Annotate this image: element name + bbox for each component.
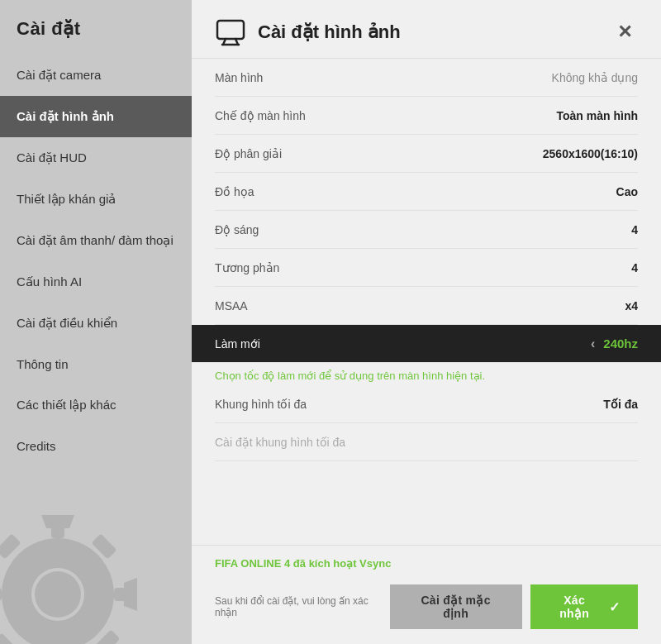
setting-value-do-hoa: Cao <box>616 185 638 198</box>
setting-label-do-hoa: Đồ họa <box>215 185 254 198</box>
setting-row-man-hinh: Màn hình Không khả dụng <box>215 59 638 97</box>
sidebar-item-dieu-khien[interactable]: Cài đặt điều khiển <box>0 303 192 344</box>
setting-row-khung-hinh[interactable]: Khung hình tối đa Tối đa <box>215 385 638 423</box>
sidebar-gear-decoration <box>0 495 192 644</box>
setting-label-khung-hinh: Khung hình tối đa <box>215 398 307 411</box>
monitor-icon <box>215 17 246 48</box>
svg-point-1 <box>35 571 81 618</box>
setting-value-tuong-phan: 4 <box>631 261 638 274</box>
setting-label-cai-dat-khung: Cài đặt khung hình tối đa <box>215 436 345 449</box>
sidebar-item-thiet-lap-khac[interactable]: Các thiết lập khác <box>0 384 192 426</box>
setting-value-do-phan-giai: 2560x1600(16:10) <box>543 147 638 160</box>
sidebar-item-am-thanh[interactable]: Cài đặt âm thanh/ đàm thoại <box>0 220 192 261</box>
svg-rect-9 <box>91 533 117 559</box>
setting-value-man-hinh: Không khả dụng <box>552 71 638 84</box>
main-panel: Cài đặt hình ảnh ✕ Màn hình Không khả dụ… <box>192 0 661 644</box>
footer-actions: Sau khi đổi cài đặt, vui lòng ấn xác nhậ… <box>215 584 638 629</box>
vsync-notice: FIFA ONLINE 4 đã kích hoạt Vsync <box>215 557 638 570</box>
checkmark-icon: ✓ <box>609 599 620 615</box>
svg-rect-10 <box>217 21 244 39</box>
setting-row-tuong-phan[interactable]: Tương phản 4 <box>215 249 638 287</box>
sidebar-item-ai[interactable]: Cấu hình AI <box>0 261 192 303</box>
svg-rect-4 <box>0 588 2 601</box>
setting-label-man-hinh: Màn hình <box>215 71 263 84</box>
confirm-button[interactable]: Xác nhận ✓ <box>530 584 639 629</box>
sidebar-item-hud[interactable]: Cài đặt HUD <box>0 137 192 179</box>
main-header: Cài đặt hình ảnh ✕ <box>192 0 661 59</box>
setting-row-do-sang[interactable]: Độ sáng 4 <box>215 211 638 249</box>
setting-label-do-phan-giai: Độ phân giải <box>215 147 282 160</box>
sidebar: Cài đặt Cài đặt camera Cài đặt hình ảnh … <box>0 0 192 644</box>
setting-value-msaa: x4 <box>625 299 638 312</box>
hint-text: Chọn tốc độ làm mới để sử dụng trên màn … <box>215 363 638 385</box>
sidebar-item-khan-gia[interactable]: Thiết lập khán giả <box>0 179 192 220</box>
main-header-left: Cài đặt hình ảnh <box>215 17 401 48</box>
main-footer: FIFA ONLINE 4 đã kích hoạt Vsync Sau khi… <box>192 545 661 644</box>
footer-buttons: Cài đặt mặc định Xác nhận ✓ <box>390 584 638 629</box>
setting-label-do-sang: Độ sáng <box>215 223 259 236</box>
setting-label-msaa: MSAA <box>215 299 248 312</box>
setting-value-do-sang: 4 <box>631 223 638 236</box>
setting-value-khung-hinh: Tối đa <box>603 398 638 411</box>
setting-row-lam-moi[interactable]: Làm mới ‹ 240hz <box>192 325 661 363</box>
setting-row-do-hoa[interactable]: Đồ họa Cao <box>215 173 638 211</box>
setting-row-do-phan-giai[interactable]: Độ phân giải 2560x1600(16:10) <box>215 135 638 173</box>
setting-label-tuong-phan: Tương phản <box>215 261 279 274</box>
page-title: Cài đặt hình ảnh <box>258 21 401 43</box>
sidebar-item-credits[interactable]: Credits <box>0 426 192 466</box>
svg-rect-6 <box>0 533 21 559</box>
setting-row-che-do[interactable]: Chế độ màn hình Toàn màn hình <box>215 97 638 135</box>
settings-table: Màn hình Không khả dụng Chế độ màn hình … <box>192 59 661 545</box>
setting-row-cai-dat-khung: Cài đặt khung hình tối đa <box>215 423 638 461</box>
setting-value-che-do: Toàn màn hình <box>556 109 638 122</box>
svg-rect-2 <box>51 515 64 538</box>
setting-label-lam-moi: Làm mới <box>215 337 260 351</box>
confirm-label: Xác nhận <box>549 594 601 620</box>
svg-rect-5 <box>114 588 137 601</box>
sidebar-title: Cài đặt <box>0 0 192 55</box>
chevron-left-icon[interactable]: ‹ <box>591 336 595 351</box>
sidebar-item-thong-tin[interactable]: Thông tin <box>0 344 192 384</box>
lam-moi-value: 240hz <box>603 336 638 351</box>
sidebar-item-camera[interactable]: Cài đặt camera <box>0 55 192 96</box>
default-settings-button[interactable]: Cài đặt mặc định <box>390 584 522 629</box>
setting-label-che-do: Chế độ màn hình <box>215 109 306 122</box>
sidebar-item-hinh-anh[interactable]: Cài đặt hình ảnh <box>0 96 192 137</box>
setting-row-msaa[interactable]: MSAA x4 <box>215 287 638 325</box>
svg-rect-8 <box>0 632 18 644</box>
footer-hint: Sau khi đổi cài đặt, vui lòng ấn xác nhậ… <box>215 595 390 618</box>
close-button[interactable]: ✕ <box>611 19 638 45</box>
svg-point-0 <box>12 548 104 641</box>
setting-value-lam-moi: ‹ 240hz <box>591 336 638 351</box>
svg-rect-7 <box>94 629 120 644</box>
